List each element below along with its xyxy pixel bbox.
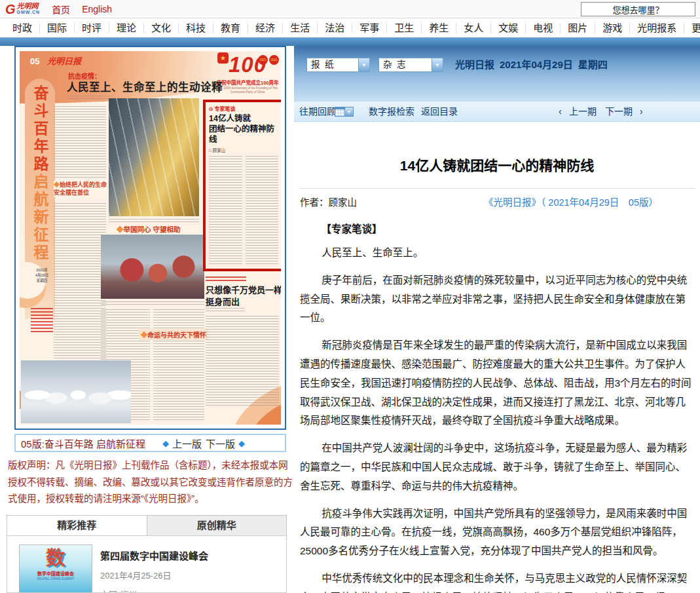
magazine-select[interactable]: 杂 志 ▼ [378, 58, 443, 72]
home-link[interactable]: 首页 [52, 3, 70, 16]
nav-item[interactable]: 文化 [143, 23, 178, 33]
newspaper-select-value: 报 纸 [307, 58, 358, 71]
emblem-year-right: 2021 [269, 55, 279, 65]
nav-item[interactable]: 理论 [109, 23, 143, 33]
article-paragraph: 人民至上、生命至上。 [300, 244, 694, 263]
calendar-icon[interactable] [335, 107, 345, 117]
calendar-dropdown-icon[interactable]: ▼ [345, 107, 354, 117]
nav-item[interactable]: 时政 [5, 23, 39, 33]
tab-featured[interactable]: 精彩推荐 [7, 516, 147, 535]
newsprint-text-block [206, 316, 279, 408]
newsprint-text-block [206, 277, 246, 281]
nav-item[interactable]: 养生 [421, 23, 456, 33]
thumbnail-caption: 数字中国建设峰会 [20, 570, 92, 577]
article-body: 人民至上、生命至上。庚子年前后，在面对新冠肺炎疫情的殊死较量中，以习近平同志为核… [294, 244, 700, 593]
nav-item[interactable]: 教育 [213, 23, 248, 33]
party-star-icon: ★ [217, 52, 229, 64]
dropdown-arrow-icon[interactable]: ▼ [432, 58, 443, 71]
diamond-icon: ◆ [54, 182, 60, 188]
centenary-emblem: ★ 100 1921 2021 庆祝中国共产党成立100周年 The 100th… [216, 54, 279, 94]
prev-issue-arrow-icon[interactable]: ‹ [559, 102, 562, 121]
article-paragraph: 中华优秀传统文化中的民本理念和生命关怀，与马克思主义政党的人民情怀深深契合。中国… [300, 569, 694, 593]
recommend-thumbnail[interactable]: 数 数字中国建设峰会 DIGITAL CHINA SUMMIT [19, 545, 92, 593]
epaper-header-panel: 报 纸 ▼ 杂 志 ▼ 光明日报2021年04月29日星期四 [294, 46, 700, 102]
top-header-bar: G 光明网 GMW.CN 首页 English 您想去哪里？ [0, 0, 700, 18]
newsprint-text-block [68, 96, 114, 99]
boxed-article-author: □ 顾家山 [209, 147, 278, 153]
recommend-location: 中国·福州 [100, 588, 208, 593]
english-link[interactable]: English [82, 4, 112, 14]
newsprint-text-block [54, 106, 106, 180]
newspaper-page-image[interactable]: 05 光明日报 ★ 100 1921 2021 庆祝中国共产党成立100周年 T… [14, 46, 286, 430]
divider [299, 188, 695, 189]
past-issues-link[interactable]: 往期回顾 [299, 102, 336, 121]
next-issue-arrow-icon[interactable]: › [640, 102, 643, 121]
article-paragraph: 新冠肺炎疫情是百年来全球发生的最严重的传染病大流行，是新中国成立以来我国遭遇的传… [300, 336, 694, 430]
blue-divider-band [0, 37, 700, 46]
newsprint-text-block [54, 203, 106, 359]
diamond-icon: ◆ [162, 438, 169, 448]
article-paragraph: 在中国共产党人波澜壮阔的斗争史中，这场抗疫斗争，无疑是最为感人、最为精彩的篇章之… [300, 439, 694, 495]
article-meta-row: 作者：顾家山 《光明日报》（ 2021年04月29日 05版） [294, 195, 700, 208]
recommend-title[interactable]: 第四届数字中国建设峰会 [100, 548, 208, 562]
thumbnail-caption-en: DIGITAL CHINA SUMMIT [20, 577, 92, 581]
issue-weekday: 星期四 [578, 59, 608, 70]
scan-subhead-2: ◆举国同心 守望相助 [117, 224, 180, 234]
nav-item[interactable]: 更多>> [684, 23, 700, 33]
article-title: 14亿人铸就团结一心的精神防线 [294, 155, 700, 174]
nav-item[interactable]: 法治 [317, 23, 352, 33]
nav-item[interactable]: 国际 [39, 23, 74, 33]
tab-original[interactable]: 原创精华 [147, 516, 287, 535]
scan-bottom-article-title-1: 只想像千万党员一样 [206, 283, 281, 296]
next-page-link[interactable]: 下一版 [206, 436, 235, 450]
prev-issue-link[interactable]: 上一期 [569, 102, 597, 121]
nav-item[interactable]: 生活 [282, 23, 317, 33]
newsprint-text-columns [209, 156, 278, 265]
nav-item[interactable]: 游戏 [595, 23, 629, 33]
article-source: 《光明日报》（ 2021年04月29日 05版） [484, 195, 658, 208]
newspaper-photo-walkway [109, 98, 199, 216]
nav-item[interactable]: 卫生 [386, 23, 421, 33]
prev-page-link[interactable]: 上一版 [172, 436, 202, 450]
bottom-tabs: 精彩推荐 原创精华 [7, 515, 287, 535]
back-to-contents-link[interactable]: 返回目录 [421, 102, 458, 121]
nav-item[interactable]: 光明报系 [629, 23, 684, 33]
nav-item[interactable]: 时评 [74, 23, 109, 33]
scan-page-number: 05 [30, 56, 39, 66]
nav-item[interactable]: 军事 [352, 23, 386, 33]
copyright-notice: 版权声明：凡《光明日报》上刊载作品（含标题），未经本报或本网授权不得转载、摘编、… [8, 457, 295, 508]
page-navigation-bar: 05版:奋斗百年路 启航新征程 ◆ 上一版 下一版 ◆ [14, 434, 286, 452]
gmw-logo[interactable]: G 光明网 GMW.CN [5, 3, 40, 16]
nav-item[interactable]: 女人 [456, 23, 490, 33]
nav-item[interactable]: 电视 [525, 23, 560, 33]
scan-subhead-3: ◆命运与共的天下情怀 [139, 329, 208, 340]
expert-column-logo: G 专家笔谈 [209, 105, 278, 112]
emblem-year-left: 1921 [258, 55, 268, 65]
article-paragraph: 庚子年前后，在面对新冠肺炎疫情的殊死较量中，以习近平同志为核心的党中央统揽全局、… [300, 271, 694, 328]
site-navigation-search-box[interactable]: 您想去哪里？ [581, 2, 695, 16]
article-column-tag: 【专家笔谈】 [294, 221, 700, 235]
newsprint-text-block [31, 308, 53, 333]
newsprint-text-block [153, 309, 204, 422]
next-issue-link[interactable]: 下一期 [605, 102, 633, 121]
vertical-slogan: 奋斗百年路启航新征程 [31, 85, 48, 262]
masthead-name: 光明日报 [455, 59, 494, 70]
recommend-list-item[interactable]: 数 数字中国建设峰会 DIGITAL CHINA SUMMIT 第四届数字中国建… [7, 536, 286, 593]
calendar-picker[interactable]: ▼ [335, 107, 354, 117]
magazine-select-value: 杂 志 [379, 58, 432, 71]
boxed-article-title: 14亿人铸就 团结一心的精神防线 [209, 113, 278, 145]
newspaper-photo-medical-team [21, 360, 131, 423]
digital-search-link[interactable]: 数字报检索 [369, 102, 414, 121]
highlighted-article-region[interactable]: G 专家笔谈 14亿人铸就 团结一心的精神防线 □ 顾家山 [203, 100, 281, 271]
nav-item[interactable]: 文娱 [490, 23, 525, 33]
nav-item[interactable]: 经济 [248, 23, 282, 33]
logo-letter: G [5, 3, 16, 16]
logo-site-name: 光明网 [17, 3, 41, 10]
dropdown-arrow-icon[interactable]: ▼ [358, 58, 369, 71]
nav-item[interactable]: 图片 [560, 23, 595, 33]
newsprint-text-block [109, 219, 199, 223]
diamond-icon: ◆ [238, 438, 245, 448]
newspaper-select[interactable]: 报 纸 ▼ [306, 58, 370, 72]
main-nav: 时政国际时评理论文化科技教育经济生活法治军事卫生养生女人文娱电视图片游戏光明报系… [0, 18, 700, 37]
nav-item[interactable]: 科技 [178, 23, 213, 33]
